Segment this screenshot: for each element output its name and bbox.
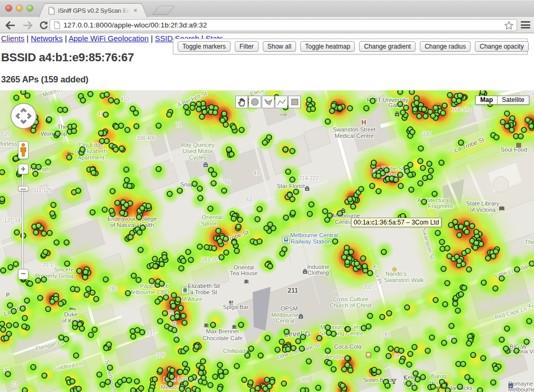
ap-marker[interactable] (109, 208, 114, 213)
ap-marker[interactable] (22, 315, 27, 321)
ap-marker[interactable] (77, 268, 82, 274)
ap-marker[interactable] (442, 103, 447, 108)
back-button[interactable] (3, 18, 17, 32)
ap-marker[interactable] (493, 366, 499, 371)
ap-marker[interactable] (412, 385, 417, 390)
ap-marker[interactable] (327, 213, 333, 218)
ap-marker[interactable] (529, 124, 534, 129)
ap-marker[interactable] (281, 381, 287, 386)
ap-marker[interactable] (331, 331, 336, 337)
ap-marker[interactable] (6, 323, 12, 328)
ap-marker[interactable] (51, 202, 56, 208)
ap-marker[interactable] (64, 240, 69, 245)
ap-marker[interactable] (465, 248, 471, 254)
ap-marker[interactable] (181, 313, 186, 319)
ap-marker[interactable] (409, 187, 414, 192)
ap-marker[interactable] (440, 246, 445, 251)
ap-marker[interactable] (114, 124, 119, 129)
ap-marker[interactable] (374, 347, 380, 352)
ap-marker[interactable] (185, 110, 190, 115)
ap-marker[interactable] (499, 276, 504, 281)
ap-marker[interactable] (417, 114, 422, 119)
ap-marker[interactable] (413, 371, 418, 376)
ap-marker[interactable] (14, 95, 19, 100)
ap-marker[interactable] (283, 215, 289, 220)
ap-marker[interactable] (213, 374, 218, 379)
map-canvas[interactable]: MotorcyclesElectronicsA'Beckett St410594… (0, 90, 534, 392)
ap-marker[interactable] (158, 368, 163, 373)
ap-marker[interactable] (422, 175, 428, 181)
ap-marker[interactable] (31, 164, 36, 169)
ap-marker[interactable] (239, 127, 244, 133)
ap-marker[interactable] (452, 338, 457, 343)
change-opacity-button[interactable]: Change opacity (475, 41, 528, 52)
ap-marker[interactable] (153, 264, 158, 269)
ap-marker[interactable] (197, 186, 202, 191)
ap-marker[interactable] (427, 161, 432, 166)
ap-marker[interactable] (367, 270, 373, 276)
ap-marker[interactable] (529, 261, 534, 266)
ap-marker[interactable] (211, 181, 216, 186)
ap-marker[interactable] (213, 110, 218, 115)
ap-marker[interactable] (105, 379, 111, 385)
window-close-button[interactable] (5, 5, 12, 12)
ap-marker[interactable] (481, 280, 486, 285)
ap-marker[interactable] (466, 341, 472, 346)
ap-marker[interactable] (325, 348, 330, 353)
ap-marker[interactable] (458, 140, 464, 145)
toggle-markers-button[interactable]: Toggle markers (178, 41, 231, 52)
ap-marker[interactable] (469, 223, 475, 229)
ap-marker[interactable] (449, 323, 454, 329)
window-zoom-button[interactable] (26, 5, 33, 12)
ap-marker[interactable] (11, 309, 16, 314)
ap-marker[interactable] (430, 113, 436, 118)
ap-marker[interactable] (237, 217, 243, 222)
ap-marker[interactable] (90, 290, 95, 295)
ap-marker[interactable] (371, 160, 376, 165)
ap-marker[interactable] (388, 346, 393, 351)
ap-marker[interactable] (223, 369, 228, 375)
ap-marker[interactable] (348, 368, 353, 373)
zoom-in-button[interactable]: + (18, 164, 29, 174)
ap-marker[interactable] (124, 202, 129, 208)
ap-marker[interactable] (429, 335, 435, 340)
ap-marker[interactable] (439, 239, 445, 245)
ap-marker[interactable] (127, 183, 132, 189)
ap-marker[interactable] (174, 337, 179, 342)
ap-marker[interactable] (232, 240, 237, 245)
map-type-map-button[interactable]: Map (475, 96, 498, 105)
ap-marker[interactable] (407, 362, 412, 367)
ap-marker[interactable] (14, 230, 20, 235)
ap-marker[interactable] (108, 98, 114, 103)
ap-marker[interactable] (491, 380, 496, 385)
ap-marker[interactable] (219, 255, 224, 260)
ap-marker[interactable] (219, 374, 224, 379)
ap-marker[interactable] (222, 111, 227, 116)
ap-marker[interactable] (92, 327, 97, 332)
ap-marker[interactable] (54, 240, 59, 245)
ap-marker[interactable] (169, 374, 174, 379)
ap-marker[interactable] (122, 377, 127, 382)
ap-marker[interactable] (58, 301, 63, 306)
ap-marker[interactable] (178, 305, 183, 311)
ap-marker[interactable] (55, 131, 60, 136)
ap-marker[interactable] (347, 197, 353, 202)
ap-marker[interactable] (4, 335, 9, 341)
ap-marker[interactable] (88, 91, 93, 97)
ap-marker[interactable] (63, 337, 69, 342)
ap-marker[interactable] (58, 107, 63, 113)
ap-marker[interactable] (159, 281, 164, 286)
ap-marker[interactable] (43, 249, 48, 255)
ap-marker[interactable] (245, 353, 250, 358)
ap-marker[interactable] (177, 188, 182, 193)
ap-marker[interactable] (42, 373, 47, 378)
ap-marker[interactable] (293, 189, 299, 194)
ap-marker[interactable] (204, 245, 209, 250)
ap-marker[interactable] (504, 124, 510, 129)
ap-marker[interactable] (83, 269, 88, 275)
ap-marker[interactable] (47, 230, 52, 236)
ap-marker[interactable] (427, 174, 432, 180)
ap-marker[interactable] (178, 369, 183, 375)
ap-marker[interactable] (155, 299, 160, 304)
ap-marker[interactable] (514, 267, 520, 272)
